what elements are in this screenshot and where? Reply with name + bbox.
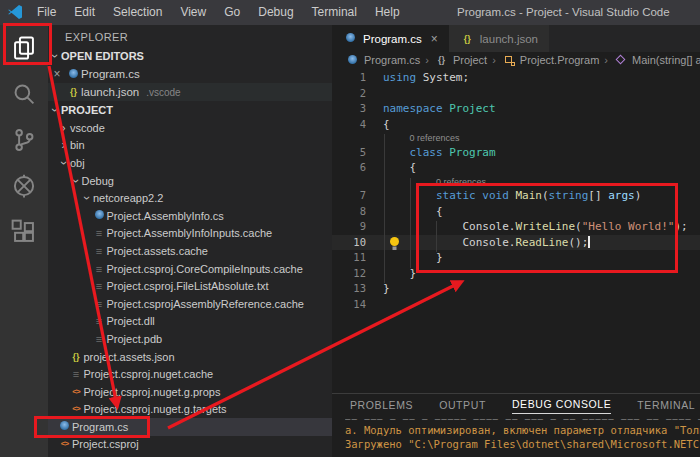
menu-item-go[interactable]: Go <box>215 0 249 25</box>
extensions-icon[interactable] <box>0 209 48 255</box>
tree-item-vscode[interactable]: ›vscode <box>48 119 332 137</box>
tree-item-debug[interactable]: ›Debug <box>48 172 332 190</box>
tab-launch-json[interactable]: {}launch.json <box>449 25 549 52</box>
breadcrumb-label: Project <box>453 54 487 66</box>
panel-tab-debug-console[interactable]: DEBUG CONSOLE <box>512 398 611 414</box>
tree-item-project-csproj-nuget-cache[interactable]: ≡Project.csproj.nuget.cache <box>48 365 332 383</box>
menu-item-view[interactable]: View <box>171 0 215 25</box>
close-icon[interactable]: × <box>431 32 438 46</box>
breadcrumb-item-program-cs[interactable]: Program.cs <box>345 54 420 66</box>
sidebar-title: EXPLORER <box>48 25 332 47</box>
line-number[interactable]: 10 <box>332 235 366 251</box>
menu-item-debug[interactable]: Debug <box>249 0 302 25</box>
codelens-row[interactable]: 0 references <box>332 132 700 145</box>
source-control-icon[interactable] <box>0 117 48 163</box>
csharp-file-icon <box>343 33 358 44</box>
open-editor-launch-json[interactable]: {}launch.json.vscode <box>48 83 332 101</box>
menu-bar: FileEditSelectionViewGoDebugTerminalHelp <box>28 0 409 25</box>
code-line-13[interactable]: 13} <box>332 281 700 297</box>
indent-guide <box>436 221 437 252</box>
code-line-content: namespace Project <box>366 101 496 117</box>
tree-item-netcoreapp2-2[interactable]: ›netcoreapp2.2 <box>48 189 332 207</box>
line-number[interactable]: 7 <box>332 188 366 204</box>
code-line-5[interactable]: 5 class Program <box>332 145 700 161</box>
panel-tab-terminal[interactable]: TERMINAL <box>637 399 695 414</box>
line-number[interactable]: 12 <box>332 266 366 282</box>
open-editor-suffix: .vscode <box>146 87 180 98</box>
breadcrumb-label: Project.Program <box>520 54 599 66</box>
menu-item-terminal[interactable]: Terminal <box>303 0 366 25</box>
lightbulb-icon[interactable] <box>388 236 401 251</box>
line-number[interactable]: 5 <box>332 145 366 161</box>
csharp-file-icon <box>92 210 107 221</box>
code-line-2[interactable]: 2 <box>332 86 700 102</box>
explorer-sidebar: EXPLORER › OPEN EDITORS ×Program.cs{}lau… <box>48 25 332 457</box>
line-number[interactable]: 8 <box>332 204 366 220</box>
menu-item-selection[interactable]: Selection <box>104 0 171 25</box>
project-section-header[interactable]: › PROJECT <box>48 101 332 119</box>
debug-icon[interactable] <box>0 163 48 209</box>
tree-item-obj[interactable]: ›obj <box>48 154 332 172</box>
csharp-dot <box>95 210 104 219</box>
debug-console-output[interactable]: –– ––– – –– – ––––– –––– –– ––– – –– –––… <box>332 414 700 451</box>
line-number[interactable]: 2 <box>332 86 366 102</box>
tree-item-program-cs[interactable]: Program.cs <box>48 418 332 436</box>
tree-item-label: netcoreapp2.2 <box>93 192 163 204</box>
tree-item-project-pdb[interactable]: ≡Project.pdb <box>48 330 332 348</box>
code-line-3[interactable]: 3namespace Project <box>332 101 700 117</box>
line-number[interactable]: 11 <box>332 250 366 266</box>
vscode-window: FileEditSelectionViewGoDebugTerminalHelp… <box>0 0 700 457</box>
line-number[interactable]: 14 <box>332 297 366 313</box>
tab-label: Program.cs <box>363 33 422 45</box>
search-icon[interactable] <box>0 71 48 117</box>
explorer-icon[interactable] <box>0 25 48 71</box>
tree-item-project-csproj-nuget-g-props[interactable]: <>Project.csproj.nuget.g.props <box>48 383 332 401</box>
panel-tab-problems[interactable]: PROBLEMS <box>350 399 413 414</box>
menu-item-edit[interactable]: Edit <box>65 0 104 25</box>
code-editor[interactable]: 1using System;23namespace Project4{ 0 re… <box>332 68 700 312</box>
tab-program-cs[interactable]: Program.cs× <box>332 25 449 52</box>
breadcrumb-item-main-string-args[interactable]: Main(string[] args) <box>613 54 700 66</box>
tree-item-label: vscode <box>70 122 105 134</box>
tree-item-project-csprojassemblyreference-cache[interactable]: ≡Project.csprojAssemblyReference.cache <box>48 295 332 313</box>
panel-tab-output[interactable]: OUTPUT <box>439 399 486 414</box>
tree-item-project-dll[interactable]: ≡Project.dll <box>48 313 332 331</box>
tree-item-project-assemblyinfo-cs[interactable]: Project.AssemblyInfo.cs <box>48 207 332 225</box>
code-line-7[interactable]: 7 static void Main(string[] args) <box>332 188 700 204</box>
breadcrumb-item-project-program[interactable]: Project.Program <box>501 54 599 66</box>
line-number[interactable]: 4 <box>332 117 366 133</box>
code-line-1[interactable]: 1using System; <box>332 70 700 86</box>
code-line-6[interactable]: 6 { <box>332 160 700 176</box>
breadcrumb-item-project[interactable]: {}Project <box>434 54 487 66</box>
open-editors-header[interactable]: › OPEN EDITORS <box>48 47 332 65</box>
code-line-9[interactable]: 9 Console.WriteLine("Hello World!"); <box>332 219 700 235</box>
tree-item-project-csproj-corecompileinputs-cache[interactable]: ≡Project.csproj.CoreCompileInputs.cache <box>48 260 332 278</box>
code-line-4[interactable]: 4{ <box>332 117 700 133</box>
code-line-11[interactable]: 11 } <box>332 250 700 266</box>
line-number[interactable]: 9 <box>332 219 366 235</box>
menu-item-help[interactable]: Help <box>366 0 409 25</box>
tree-item-label: obj <box>70 157 85 169</box>
tree-item-project-csproj[interactable]: <>Project.csproj <box>48 436 332 454</box>
tree-item-project-assets-json[interactable]: {}project.assets.json <box>48 348 332 366</box>
open-editor-program-cs[interactable]: ×Program.cs <box>48 65 332 83</box>
tree-item-bin[interactable]: ›bin <box>48 137 332 155</box>
code-line-14[interactable]: 14 <box>332 297 700 313</box>
tree-item-project-assemblyinfoinputs-cache[interactable]: ≡Project.AssemblyInfoInputs.cache <box>48 225 332 243</box>
line-number-gutter <box>332 176 366 189</box>
menu-item-file[interactable]: File <box>28 0 65 25</box>
tree-item-project-csproj-filelistabsolute-txt[interactable]: ≡Project.csproj.FileListAbsolute.txt <box>48 277 332 295</box>
line-number[interactable]: 3 <box>332 101 366 117</box>
tree-item-project-assets-cache[interactable]: ≡Project.assets.cache <box>48 242 332 260</box>
code-line-8[interactable]: 8 { <box>332 204 700 220</box>
code-line-content: } <box>366 281 390 297</box>
codelens-row[interactable]: 0 references <box>332 176 700 189</box>
cache-file-icon: ≡ <box>92 264 107 274</box>
tree-item-project-csproj-nuget-g-targets[interactable]: <>Project.csproj.nuget.g.targets <box>48 401 332 419</box>
cache-file-icon: ≡ <box>92 316 107 326</box>
line-number[interactable]: 6 <box>332 160 366 176</box>
line-number[interactable]: 13 <box>332 281 366 297</box>
code-line-12[interactable]: 12 } <box>332 266 700 282</box>
close-icon[interactable]: × <box>48 67 66 81</box>
line-number[interactable]: 1 <box>332 70 366 86</box>
